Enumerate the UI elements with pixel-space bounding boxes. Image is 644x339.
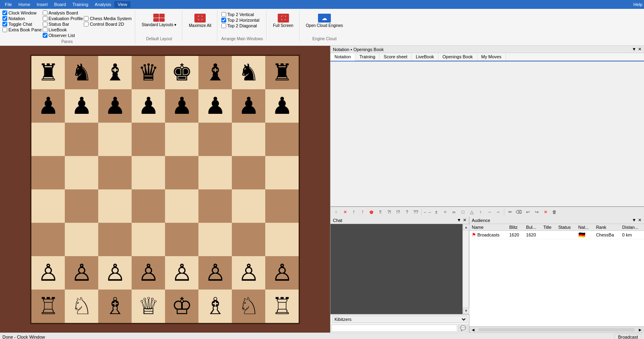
tab-scoresheet[interactable]: Score sheet [380,53,412,60]
toolbar-lr-arrow[interactable]: ↔ [494,208,502,216]
toolbar-plus-minus[interactable]: ± [432,208,440,216]
toolbar-equal[interactable]: = [441,208,449,216]
chess-board[interactable]: ♜♞♝♛♚♝♞♜♟♟♟♟♟♟♟♟♙♙♙♙♙♙♙♙♖♘♗♕♔♗♘♖ [30,55,300,324]
chess-square[interactable] [232,123,265,156]
chess-square[interactable]: ♖ [31,290,65,323]
full-screen-button[interactable]: ⛶ Full Screen [270,12,296,29]
chess-square[interactable] [98,123,132,156]
chess-square[interactable] [265,223,299,256]
checkbox-top2-diagonal[interactable]: Top 2 Diagonal [221,23,263,28]
toolbar-pencil[interactable]: ✏ [506,208,514,216]
toolbar-right-arrow[interactable]: → [485,208,493,216]
chess-square[interactable] [165,156,198,189]
toolbar-question-excl[interactable]: ?! [385,208,393,216]
chess-square[interactable]: ♟ [65,89,98,123]
audience-scroll-left[interactable]: ◄ [469,327,477,332]
toolbar-double-question[interactable]: ?? [412,208,420,216]
toolbar-erase[interactable]: ⌫ [515,208,523,216]
toolbar-triangle[interactable]: △ [468,208,476,216]
chat-input[interactable] [331,325,457,332]
chess-square[interactable]: ♟ [31,89,65,123]
tab-notation[interactable]: Notation [330,53,355,61]
toolbar-left-right-arrows[interactable]: ←→ [423,208,431,216]
notation-collapse-icon[interactable]: ▼ [632,47,636,52]
chess-square[interactable] [265,189,299,223]
toolbar-red-excl[interactable]: ! [359,208,367,216]
audience-collapse-icon[interactable]: ▼ [632,218,636,223]
menu-file[interactable]: File [2,1,15,8]
toolbar-trash[interactable]: 🗑 [550,208,558,216]
chess-square[interactable]: ♞ [65,56,98,89]
chess-square[interactable]: ♙ [198,256,232,290]
menu-help[interactable]: Help [633,2,642,7]
chess-square[interactable]: ♟ [165,89,198,123]
chess-square[interactable] [198,123,232,156]
chess-square[interactable] [65,156,98,189]
toolbar-double-excl[interactable]: ‼ [376,208,384,216]
chess-square[interactable] [198,223,232,256]
chess-square[interactable] [31,123,65,156]
checkbox-clock-window[interactable]: Clock Window [2,10,42,15]
chess-square[interactable]: ♟ [198,89,232,123]
chess-square[interactable]: ♛ [132,56,165,89]
chat-close-icon[interactable]: ✕ [463,218,466,223]
chess-square[interactable] [31,189,65,223]
toolbar-red-x[interactable]: ✕ [341,208,349,216]
chess-square[interactable]: ♟ [98,89,132,123]
toolbar-box[interactable]: □ [459,208,467,216]
chess-square[interactable]: ♜ [31,56,65,89]
chess-square[interactable]: ♙ [165,256,198,290]
chess-square[interactable]: ♘ [232,290,265,323]
chess-square[interactable] [132,189,165,223]
checkbox-observer-list[interactable]: Observer List [43,33,83,38]
chess-square[interactable]: ♞ [232,56,265,89]
chess-square[interactable] [98,223,132,256]
chess-square[interactable]: ♘ [65,290,98,323]
audience-scrollbar[interactable]: ◄ ► [469,326,644,333]
chess-square[interactable] [165,123,198,156]
chess-square[interactable]: ♟ [265,89,299,123]
toolbar-close2[interactable]: ✕ [541,208,549,216]
chess-square[interactable]: ♙ [65,256,98,290]
menu-analysis[interactable]: Analysis [91,1,114,8]
chat-send-button[interactable]: 💬 [458,325,468,332]
chess-square[interactable]: ♔ [165,290,198,323]
chess-square[interactable] [98,156,132,189]
chess-square[interactable]: ♙ [98,256,132,290]
checkbox-evaluation-profile[interactable]: Evaluation Profile [43,16,83,21]
checkbox-livebook[interactable]: LiveBook [43,27,83,32]
chess-square[interactable]: ♝ [98,56,132,89]
menu-home[interactable]: Home [15,1,33,8]
chess-square[interactable]: ♙ [132,256,165,290]
checkbox-control-board-2d[interactable]: Chess Media System [84,16,132,21]
chess-square[interactable] [198,156,232,189]
tab-openings-book[interactable]: Openings Book [438,53,477,60]
tab-training[interactable]: Training [355,53,380,60]
audience-close-icon[interactable]: ✕ [638,218,642,223]
maximize-all-button[interactable]: ⛶ Maximize All [186,12,214,29]
checkbox-notation[interactable]: Notation [2,16,42,21]
chess-square[interactable]: ♙ [265,256,299,290]
chess-square[interactable] [232,189,265,223]
chess-square[interactable] [265,156,299,189]
menu-insert[interactable]: Insert [33,1,51,8]
chess-square[interactable] [65,189,98,223]
chess-square[interactable]: ♟ [232,89,265,123]
menu-board[interactable]: Board [51,1,69,8]
notation-close-icon[interactable]: ✕ [638,47,642,52]
toolbar-red-king[interactable]: ♚ [367,208,376,216]
menu-training[interactable]: Training [69,1,91,8]
checkbox-top2-vertical[interactable]: Top 2 Vertical [221,12,263,17]
chat-scroll-down[interactable]: ▼ [463,308,469,314]
chat-collapse-icon[interactable]: ▼ [457,218,461,223]
kibitzers-select[interactable]: Kibitzers [332,316,467,323]
table-row[interactable]: ⚑Broadcasts16201620🇩🇪ChessBa0 km [469,231,644,239]
tab-my-moves[interactable]: My Moves [477,53,506,60]
chess-square[interactable] [232,156,265,189]
chess-square[interactable] [198,189,232,223]
chess-square[interactable]: ♗ [198,290,232,323]
chess-square[interactable] [165,189,198,223]
checkbox-status-bar[interactable]: Status Bar [43,22,83,27]
chess-square[interactable] [98,189,132,223]
chess-square[interactable]: ♖ [265,290,299,323]
